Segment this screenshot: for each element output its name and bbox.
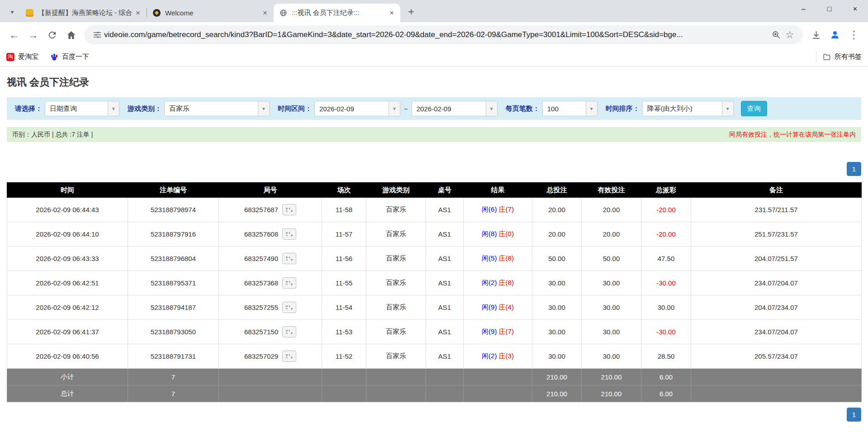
bookmark-baidu[interactable]: 百度一下	[50, 52, 89, 61]
cell-result: 闲(9) 庄(4)	[464, 295, 532, 320]
sort-dropdown[interactable]: 降幂(由大到小) ▼	[642, 101, 734, 116]
url-text[interactable]: videoie.com/game/betrecord_search/kind3?…	[104, 30, 769, 39]
minimize-icon[interactable]: –	[791, 0, 816, 18]
cell-session: 11-58	[322, 198, 366, 222]
summary-bar: 币别：人民币 | 总共 :7 注单 | 同局有效投注，统一计算在该局第一张注单内	[7, 127, 861, 142]
cell-payout: -20.00	[641, 198, 691, 222]
roadmap-icon[interactable]	[282, 277, 296, 289]
select-mode-dropdown[interactable]: 日期查询 ▼	[45, 101, 119, 116]
roadmap-icon[interactable]	[282, 228, 296, 240]
cell-game: 百家乐	[366, 198, 426, 222]
cell-total-bet-link[interactable]: 20.00	[532, 198, 582, 222]
baidu-paw-icon	[50, 53, 58, 61]
menu-icon[interactable]: ⋮	[844, 25, 863, 44]
roadmap-icon[interactable]	[282, 302, 296, 313]
close-icon[interactable]: ×	[133, 8, 143, 18]
forum-favicon-icon	[25, 9, 33, 17]
cell-result: 闲(8) 庄(0)	[464, 222, 532, 247]
result-banker: 庄(3)	[499, 352, 514, 360]
cell-bet-id: 523188794187	[128, 295, 219, 320]
cell-valid-bet: 30.00	[582, 271, 641, 295]
chevron-down-icon[interactable]: ▼	[258, 101, 269, 116]
cell-time: 2026-02-09 06:44:43	[7, 198, 128, 222]
cell-time: 2026-02-09 06:41:37	[7, 320, 128, 344]
tab-search-icon[interactable]: ▾	[5, 5, 19, 19]
close-icon[interactable]: ×	[387, 8, 397, 18]
chevron-down-icon[interactable]: ▼	[389, 101, 400, 116]
roadmap-icon[interactable]	[282, 253, 296, 264]
tab-welcome[interactable]: Welcome ×	[147, 4, 274, 22]
url-bar[interactable]: videoie.com/game/betrecord_search/kind3?…	[84, 25, 803, 44]
close-icon[interactable]: ×	[260, 8, 270, 18]
cell-total-bet-link[interactable]: 30.00	[532, 271, 582, 295]
profile-icon[interactable]	[825, 25, 844, 44]
home-icon[interactable]	[62, 25, 81, 44]
header-table-no: 桌号	[426, 183, 464, 198]
header-note: 备注	[691, 183, 862, 198]
cell-result: 闲(5) 庄(8)	[464, 247, 532, 271]
subtotal-row: 小计 7 210.00 210.00 6.00	[7, 369, 862, 385]
cell-time: 2026-02-09 06:42:12	[7, 295, 128, 320]
round-id: 683257368	[244, 279, 278, 287]
cell-total-bet-link[interactable]: 30.00	[532, 344, 582, 369]
currency-summary-text: 币别：人民币 | 总共 :7 注单 |	[12, 131, 93, 139]
tab-bet-records[interactable]: :::视讯 会员下注纪录::: ×	[274, 4, 400, 22]
subtotal-count: 7	[128, 369, 219, 385]
maximize-icon[interactable]: □	[816, 0, 842, 18]
folder-icon	[823, 53, 831, 61]
game-type-dropdown[interactable]: 百家乐 ▼	[164, 101, 270, 116]
roadmap-icon[interactable]	[282, 326, 296, 337]
cell-total-bet-link[interactable]: 30.00	[532, 320, 582, 344]
cell-payout: 30.00	[641, 295, 691, 320]
reload-icon[interactable]	[43, 25, 62, 44]
page-number-button[interactable]: 1	[847, 162, 861, 176]
table-row: 2026-02-09 06:43:33 523188796804 6832574…	[7, 247, 862, 271]
bookmarks-bar: 淘 爱淘宝 百度一下 所有书签	[0, 47, 868, 66]
total-total-bet: 210.00	[532, 385, 582, 402]
cell-time: 2026-02-09 06:40:56	[7, 344, 128, 369]
cell-note: 234.07/204.07	[691, 271, 862, 295]
window-close-icon[interactable]: ×	[842, 0, 868, 18]
cell-total-bet-link[interactable]: 30.00	[532, 295, 582, 320]
bookmark-star-icon[interactable]: ☆	[783, 28, 797, 42]
cell-session: 11-52	[322, 344, 366, 369]
chevron-down-icon[interactable]: ▼	[108, 101, 119, 116]
cell-note: 204.07/234.07	[691, 295, 862, 320]
tab-strip: ▾ 【新提醒】海燕策略论坛 - 综合 × Welcome × :::视讯 会员下…	[0, 0, 868, 22]
header-result: 结果	[464, 183, 532, 198]
date-end-input[interactable]: 2026-02-09 ▼	[412, 101, 498, 116]
chevron-down-icon[interactable]: ▼	[586, 101, 597, 116]
cell-total-bet-link[interactable]: 50.00	[532, 247, 582, 271]
chevron-down-icon[interactable]: ▼	[486, 101, 497, 116]
cell-table-no: AS1	[426, 198, 464, 222]
table-row: 2026-02-09 06:40:56 523188791731 6832570…	[7, 344, 862, 369]
page-title: 视讯 会员下注纪录	[7, 66, 861, 97]
chevron-down-icon[interactable]: ▼	[722, 101, 733, 116]
search-button[interactable]: 查询	[741, 101, 767, 116]
tab-forum[interactable]: 【新提醒】海燕策略论坛 - 综合 ×	[20, 4, 147, 22]
round-id: 683257255	[244, 304, 278, 311]
forward-icon[interactable]: →	[24, 25, 43, 44]
date-start-input[interactable]: 2026-02-09 ▼	[314, 101, 400, 116]
site-settings-icon[interactable]	[90, 28, 104, 42]
per-page-dropdown[interactable]: 100 ▼	[542, 101, 598, 116]
result-banker: 庄(8)	[499, 254, 514, 262]
bookmark-aitaobao[interactable]: 淘 爱淘宝	[6, 52, 38, 61]
cell-valid-bet: 20.00	[582, 198, 641, 222]
all-bookmarks-button[interactable]: 所有书签	[823, 52, 862, 61]
page-number-button[interactable]: 1	[847, 408, 861, 422]
roadmap-icon[interactable]	[282, 204, 296, 215]
zoom-icon[interactable]	[769, 28, 783, 42]
result-banker: 庄(7)	[499, 205, 514, 213]
back-icon[interactable]: ←	[5, 25, 24, 44]
table-row: 2026-02-09 06:42:12 523188794187 6832572…	[7, 295, 862, 320]
download-icon[interactable]	[806, 25, 825, 44]
cell-note: 205.57/234.07	[691, 344, 862, 369]
cell-total-bet-link[interactable]: 20.00	[532, 222, 582, 247]
per-page-value: 100	[543, 101, 586, 116]
header-payout: 总派彩	[641, 183, 691, 198]
cell-round: 683257687	[219, 198, 322, 222]
new-tab-icon[interactable]: +	[404, 5, 418, 19]
cell-note: 204.07/251.57	[691, 247, 862, 271]
roadmap-icon[interactable]	[282, 351, 296, 362]
